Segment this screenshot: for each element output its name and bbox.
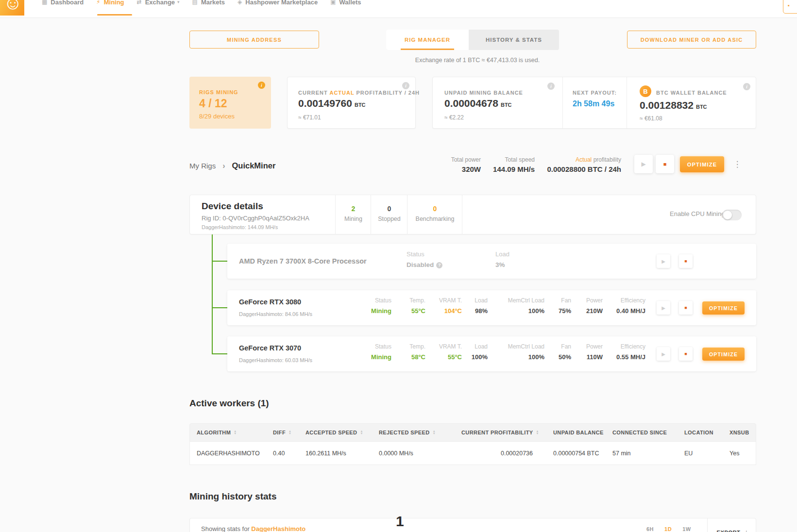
toggle-knob (723, 211, 732, 219)
stat-label: Load (462, 343, 488, 350)
cut-toolbar-button[interactable]: ▪ (783, 0, 797, 14)
tab-history-stats[interactable]: HISTORY & STATS (469, 30, 559, 50)
tab-label: HISTORY & STATS (486, 37, 542, 43)
cpu-load: Load 3% (495, 250, 509, 268)
nav-item-wallets[interactable]: ▣Wallets (330, 0, 361, 6)
gpu-stop-button[interactable]: ■ (679, 301, 693, 315)
stat-label: VRAM T. (425, 297, 462, 304)
nav-item-mining[interactable]: ⚡Mining (96, 0, 124, 6)
tab-label: RIG MANAGER (405, 37, 450, 43)
question-icon[interactable]: ? (436, 262, 442, 268)
rig-menu-button[interactable]: ⋮ (731, 156, 743, 172)
stat-value: 55°C (425, 353, 462, 361)
exchange-rate-note: Exchange rate of 1 BTC ≈ €47,413.03 is u… (375, 57, 579, 64)
range-selector: 6H 1D 1W (646, 526, 691, 532)
gpu-optimize-button[interactable]: OPTIMIZE (702, 301, 745, 315)
cpu-play-button[interactable]: ▶ (657, 254, 670, 268)
algo-link[interactable]: DaggerHashimoto (251, 525, 305, 532)
download-miner-button[interactable]: DOWNLOAD MINER OR ADD ASIC (627, 31, 756, 49)
device-tree-branch (212, 353, 227, 354)
breadcrumb-my-rigs[interactable]: My Rigs (189, 162, 216, 170)
gpu-optimize-button[interactable]: OPTIMIZE (702, 348, 745, 361)
dashboard-icon: ▦ (42, 0, 47, 5)
unpaid-fiat: ≈ €2.22 (444, 114, 464, 121)
col-current-profitability[interactable]: CURRENT PROFITABILITY▲▼ (461, 430, 553, 435)
col-accepted-speed[interactable]: ACCEPTED SPEED▲▼ (305, 430, 379, 435)
nav-item-exchange[interactable]: ⇄Exchange▾ (137, 0, 180, 6)
export-button[interactable]: EXPORT ↓ (707, 518, 757, 532)
view-tabs: RIG MANAGER HISTORY & STATS (386, 30, 559, 50)
nav-items: ▦Dashboard ⚡Mining ⇄Exchange▾ ▤Markets ◈… (42, 0, 361, 8)
breadcrumb: My Rigs › QuickMiner (189, 161, 275, 170)
col-label: UNPAID BALANCE (553, 430, 604, 435)
hashpower-icon: ◈ (237, 0, 242, 5)
worker-rejected-speed: 0.0000 MH/s (379, 450, 461, 457)
worker-current-profitability: 0.00020736 (461, 450, 553, 457)
tab-rig-manager[interactable]: RIG MANAGER (386, 30, 469, 50)
col-rejected-speed[interactable]: REJECTED SPEED▲▼ (379, 430, 461, 435)
nav-item-dashboard[interactable]: ▦Dashboard (42, 0, 84, 6)
mining-history-card: Showing stats for DaggerHashimoto 1 6H 1… (189, 518, 756, 532)
profitability-fiat: ≈ €71.01 (298, 114, 321, 121)
profitability-24h-value: 0.00028800 BTC / 24h (524, 165, 621, 173)
col-label: CURRENT PROFITABILITY (461, 430, 533, 435)
active-workers-heading: Active workers (1) (189, 398, 269, 409)
gpu-play-button[interactable]: ▶ (657, 301, 670, 315)
range-6h[interactable]: 6H (646, 526, 654, 532)
stat-value: 58°C (391, 353, 425, 361)
cpu-name: AMD Ryzen 7 3700X 8-Core Processor (239, 257, 367, 265)
count-benchmarking-label: Benchmarking (407, 216, 462, 222)
mining-history-heading: Mining history stats (189, 491, 276, 502)
stop-icon: ■ (663, 161, 667, 167)
rig-algo-speed: DaggerHashimoto: 144.09 MH/s (202, 224, 278, 230)
play-icon: ▶ (661, 305, 665, 311)
stat-label: Fan (544, 297, 571, 304)
history-chart-marker: 1 (396, 513, 404, 530)
top-nav: ☺ ▦Dashboard ⚡Mining ⇄Exchange▾ ▤Markets… (0, 0, 797, 18)
range-1d[interactable]: 1D (664, 526, 672, 532)
download-icon: ↓ (744, 530, 748, 532)
enable-cpu-mining-toggle[interactable] (722, 210, 742, 220)
total-power: Total power 320W (423, 156, 481, 173)
stat-label: Power (571, 343, 603, 350)
count-stopped-value: 0 (371, 205, 407, 213)
next-payout-countdown: 2h 58m 49s (573, 100, 614, 108)
device-tree-branch (212, 307, 227, 308)
wallet-icon: ▣ (330, 0, 336, 5)
gpu-stop-button[interactable]: ■ (679, 347, 693, 361)
cpu-stop-button[interactable]: ■ (679, 254, 693, 268)
col-diff[interactable]: DIFF▲▼ (273, 430, 305, 435)
stat-value: Mining (362, 307, 391, 315)
rig-stop-button[interactable]: ■ (656, 155, 674, 173)
nav-label: Markets (201, 0, 225, 6)
gpu-play-button[interactable]: ▶ (657, 347, 670, 361)
nav-label: Wallets (339, 0, 361, 6)
range-1w[interactable]: 1W (682, 526, 691, 532)
stat-label: MemCtrl Load (488, 343, 544, 350)
btc-unit: BTC (696, 104, 707, 110)
total-power-label: Total power (423, 156, 481, 163)
nav-item-markets[interactable]: ▤Markets (192, 0, 225, 6)
mining-address-button[interactable]: MINING ADDRESS (189, 31, 319, 49)
rig-optimize-button[interactable]: OPTIMIZE (680, 156, 724, 172)
cpu-status: Status Disabled? (407, 250, 442, 268)
stat-value: 98% (462, 307, 488, 315)
wallet-value: 0.00128832 (640, 100, 694, 111)
btc-unit: BTC (501, 102, 512, 108)
info-icon[interactable]: i (402, 82, 409, 89)
count-mining: 2 Mining (335, 195, 371, 234)
col-algorithm[interactable]: ALGORITHM▲▼ (197, 430, 273, 435)
info-icon[interactable]: i (547, 83, 555, 90)
rig-play-button[interactable]: ▶ (634, 155, 653, 173)
info-icon[interactable]: i (743, 83, 750, 90)
nav-item-hashpower-marketplace[interactable]: ◈Hashpower Marketplace (237, 0, 318, 6)
stop-icon: ■ (684, 305, 687, 310)
col-label: ALGORITHM (197, 430, 231, 435)
info-icon[interactable]: i (258, 82, 265, 89)
gpu-stats: StatusMining Temp.58°C VRAM T.55°C Load1… (362, 343, 645, 361)
showing-prefix: Showing stats for (201, 525, 251, 532)
nicehash-logo[interactable]: ☺ (0, 0, 24, 16)
status-label: Status (407, 250, 442, 258)
device-details-title: Device details (202, 201, 263, 212)
col-unpaid-balance: UNPAID BALANCE (553, 430, 612, 435)
